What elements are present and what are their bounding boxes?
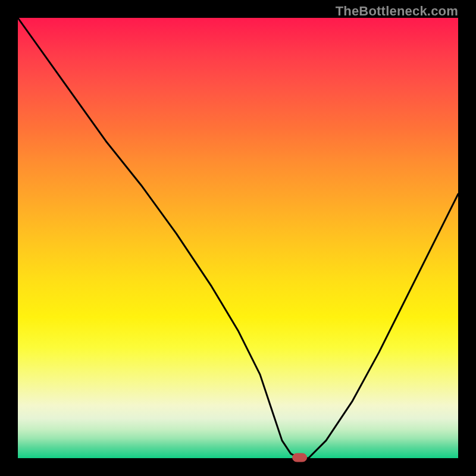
bottleneck-curve [18,18,458,458]
watermark-text: TheBottleneck.com [336,4,458,19]
curve-svg [18,18,458,458]
chart-frame: TheBottleneck.com [0,0,476,476]
optimal-point-marker [293,453,307,462]
